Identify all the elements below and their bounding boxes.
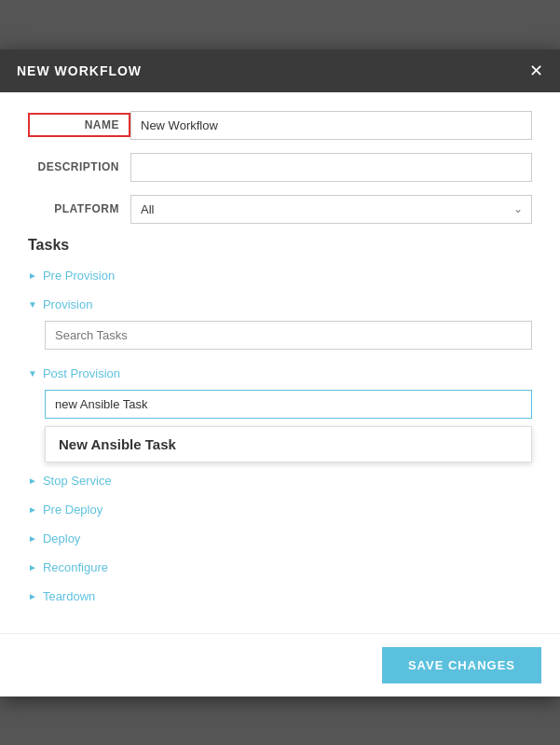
task-group-label-teardown: Teardown — [43, 589, 95, 603]
task-group-post-provision: ▼ Post Provision New Ansible Task — [28, 363, 532, 462]
chevron-right-icon-pre-deploy: ► — [28, 504, 37, 515]
chevron-right-icon-deploy: ► — [28, 533, 37, 544]
task-group-stop-service: ► Stop Service — [28, 470, 532, 491]
new-workflow-modal: NEW WORKFLOW ✕ NAME DESCRIPTION PLATFORM… — [0, 49, 560, 697]
platform-select-wrapper: All Linux Windows Mac ⌄ — [130, 195, 532, 224]
post-provision-content: New Ansible Task — [28, 390, 532, 462]
task-group-label-post-provision: Post Provision — [43, 366, 120, 380]
name-row: NAME — [28, 111, 532, 140]
save-changes-button[interactable]: SAVE CHANGES — [382, 647, 541, 683]
task-group-provision: ▼ Provision — [28, 294, 532, 355]
modal-footer: SAVE CHANGES — [0, 633, 560, 697]
task-group-header-provision[interactable]: ▼ Provision — [28, 294, 532, 315]
chevron-down-icon-provision: ▼ — [28, 299, 37, 310]
task-group-header-pre-deploy[interactable]: ► Pre Deploy — [28, 499, 532, 520]
description-row: DESCRIPTION — [28, 153, 532, 182]
task-group-label-reconfigure: Reconfigure — [43, 560, 108, 574]
modal-title: NEW WORKFLOW — [17, 63, 142, 78]
task-group-reconfigure: ► Reconfigure — [28, 557, 532, 578]
provision-content — [28, 321, 532, 355]
description-label: DESCRIPTION — [28, 160, 130, 173]
platform-label: PLATFORM — [28, 202, 130, 215]
task-group-label-pre-provision: Pre Provision — [43, 269, 115, 283]
tasks-section: Tasks ► Pre Provision ▼ Provision — [28, 237, 532, 607]
task-group-pre-deploy: ► Pre Deploy — [28, 499, 532, 520]
task-group-teardown: ► Teardown — [28, 586, 532, 607]
task-group-label-deploy: Deploy — [43, 531, 80, 545]
description-input[interactable] — [130, 153, 532, 182]
platform-row: PLATFORM All Linux Windows Mac ⌄ — [28, 195, 532, 224]
modal-header: NEW WORKFLOW ✕ — [0, 49, 560, 92]
chevron-right-icon: ► — [28, 270, 37, 281]
task-group-header-pre-provision[interactable]: ► Pre Provision — [28, 265, 532, 286]
close-button[interactable]: ✕ — [529, 62, 543, 79]
post-provision-search-input[interactable] — [45, 390, 532, 419]
name-input[interactable] — [130, 111, 532, 140]
task-group-label-stop-service: Stop Service — [43, 474, 112, 488]
task-group-header-stop-service[interactable]: ► Stop Service — [28, 470, 532, 491]
name-label: NAME — [28, 113, 130, 137]
platform-select[interactable]: All Linux Windows Mac — [130, 195, 532, 224]
chevron-right-icon-stop: ► — [28, 476, 37, 486]
task-group-header-reconfigure[interactable]: ► Reconfigure — [28, 557, 532, 578]
task-group-header-post-provision[interactable]: ▼ Post Provision — [28, 363, 532, 384]
task-group-label-pre-deploy: Pre Deploy — [43, 503, 102, 517]
chevron-right-icon-teardown: ► — [28, 591, 37, 601]
chevron-right-icon-reconfigure: ► — [28, 562, 37, 573]
ansible-task-option[interactable]: New Ansible Task — [45, 426, 532, 462]
modal-body: NAME DESCRIPTION PLATFORM All Linux Wind… — [0, 92, 560, 633]
task-group-header-teardown[interactable]: ► Teardown — [28, 586, 532, 607]
task-group-pre-provision: ► Pre Provision — [28, 265, 532, 286]
task-group-label-provision: Provision — [43, 297, 92, 311]
provision-search-input[interactable] — [45, 321, 532, 350]
chevron-down-icon-post-provision: ▼ — [28, 368, 37, 379]
task-group-header-deploy[interactable]: ► Deploy — [28, 528, 532, 549]
tasks-section-title: Tasks — [28, 237, 532, 254]
task-group-deploy: ► Deploy — [28, 528, 532, 549]
